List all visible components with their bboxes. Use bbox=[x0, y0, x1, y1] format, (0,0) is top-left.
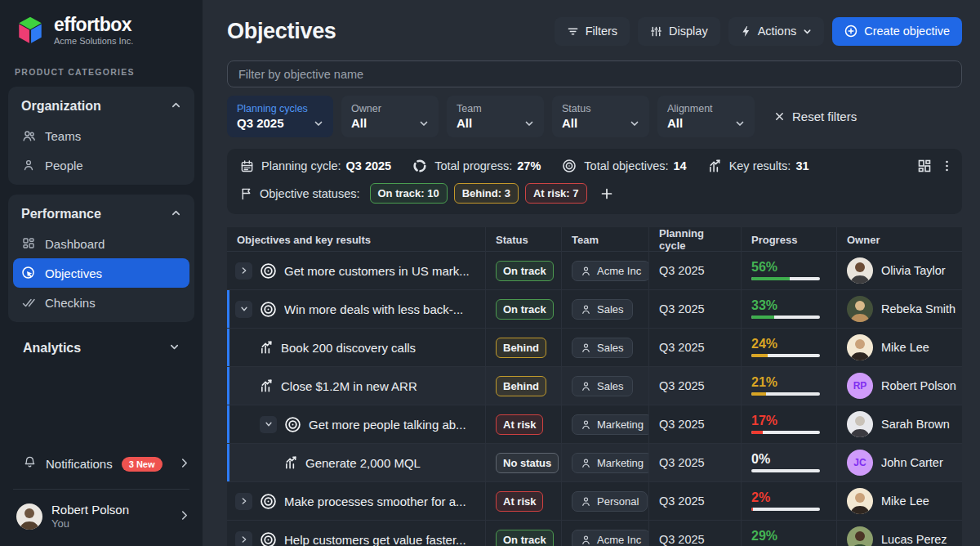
stat-label: Key results: bbox=[729, 159, 791, 172]
expand-row-button[interactable] bbox=[235, 262, 252, 280]
owner-cell: RPRobert Polson bbox=[837, 367, 962, 405]
status-badge[interactable]: At risk bbox=[496, 491, 543, 512]
team-chip[interactable]: Marketing bbox=[572, 453, 649, 473]
team-name: Marketing bbox=[597, 418, 644, 431]
planning-cycle-cell: Q3 2025 bbox=[649, 252, 742, 289]
row-title[interactable]: Get more customers in US mark... bbox=[284, 264, 470, 278]
status-cell: At risk bbox=[486, 405, 562, 443]
row-title[interactable]: Generate 2,000 MQL bbox=[305, 456, 421, 470]
planning-cycle-value: Q3 2025 bbox=[659, 495, 705, 508]
person-icon bbox=[581, 266, 591, 276]
user-menu[interactable]: Robert Polson You bbox=[8, 499, 194, 535]
sidebar-group-analytics-header[interactable]: Analytics bbox=[8, 332, 194, 365]
table-row[interactable]: Get more customers in US mark...On track… bbox=[227, 252, 962, 290]
double-check-icon bbox=[21, 295, 36, 310]
table-row[interactable]: Book 200 discovery callsBehindSalesQ3 20… bbox=[227, 329, 962, 367]
status-badge[interactable]: On track bbox=[496, 299, 554, 320]
status-badge[interactable]: On track bbox=[496, 261, 554, 281]
row-title[interactable]: Make processes smoother for a... bbox=[284, 495, 466, 508]
filters-button[interactable]: Filters bbox=[555, 17, 630, 46]
actions-button[interactable]: Actions bbox=[728, 17, 825, 46]
table-row[interactable]: Close $1.2M in new ARRBehindSalesQ3 2025… bbox=[227, 367, 962, 405]
owner-name: Lucas Perez bbox=[881, 533, 947, 546]
status-badge-on-track[interactable]: On track: 10 bbox=[370, 183, 448, 204]
user-name: Robert Polson bbox=[51, 503, 129, 517]
reset-filters-button[interactable]: Reset filters bbox=[774, 110, 857, 123]
row-title[interactable]: Book 200 discovery calls bbox=[281, 341, 416, 355]
team-dropdown[interactable]: Team All bbox=[447, 96, 544, 137]
status-dropdown[interactable]: Status All bbox=[552, 96, 649, 137]
table-row[interactable]: Get more people talking ab...At riskMark… bbox=[227, 405, 962, 444]
sidebar-item-teams[interactable]: Teams bbox=[13, 121, 189, 150]
kebab-menu-icon[interactable] bbox=[945, 159, 949, 172]
status-badge-behind[interactable]: Behind: 3 bbox=[454, 183, 519, 204]
row-title[interactable]: Help customers get value faster... bbox=[284, 533, 466, 546]
team-name: Sales bbox=[597, 303, 624, 316]
expand-row-button[interactable] bbox=[235, 531, 252, 546]
stat-value: 14 bbox=[673, 159, 686, 172]
progress-bar bbox=[751, 354, 820, 357]
sidebar-item-checkins[interactable]: Checkins bbox=[13, 288, 189, 317]
progress-bar bbox=[751, 392, 820, 396]
collapse-row-button[interactable] bbox=[260, 416, 277, 433]
row-title[interactable]: Get more people talking ab... bbox=[309, 418, 466, 432]
team-chip[interactable]: Personal bbox=[572, 491, 648, 512]
team-chip[interactable]: Sales bbox=[572, 338, 633, 358]
objective-name-cell: Help customers get value faster... bbox=[227, 521, 486, 546]
alignment-dropdown[interactable]: Alignment All bbox=[657, 96, 755, 137]
brand-company: Acme Solutions Inc. bbox=[54, 36, 133, 46]
team-chip[interactable]: Acme Inc bbox=[572, 261, 649, 281]
collapse-row-button[interactable] bbox=[235, 301, 252, 318]
key-results-stat: Key results: 31 bbox=[708, 159, 809, 173]
person-icon bbox=[581, 535, 591, 545]
sidebar-item-people[interactable]: People bbox=[13, 150, 189, 180]
planning-cycles-dropdown[interactable]: Planning cycles Q3 2025 bbox=[227, 96, 333, 137]
team-chip[interactable]: Sales bbox=[572, 376, 633, 396]
actions-button-label: Actions bbox=[758, 25, 797, 38]
planning-cycle-value: Q3 2025 bbox=[659, 379, 705, 392]
notifications-button[interactable]: Notifications 3 New bbox=[8, 447, 194, 481]
status-badge[interactable]: Behind bbox=[496, 376, 546, 396]
sidebar-group-organization-header[interactable]: Organization bbox=[13, 92, 189, 121]
card-view-icon[interactable] bbox=[917, 159, 932, 173]
table-row[interactable]: Make processes smoother for a...At riskP… bbox=[227, 482, 962, 521]
owner-name: Mike Lee bbox=[881, 495, 929, 508]
table-row[interactable]: Generate 2,000 MQLNo statusMarketingQ3 2… bbox=[227, 444, 962, 482]
planning-cycle-value: Q3 2025 bbox=[659, 302, 705, 316]
objective-filter-input[interactable] bbox=[227, 60, 962, 87]
progress-cell: 24% bbox=[742, 329, 837, 366]
sidebar-item-dashboard[interactable]: Dashboard bbox=[13, 229, 189, 258]
team-chip[interactable]: Acme Inc bbox=[572, 530, 649, 546]
row-title[interactable]: Close $1.2M in new ARR bbox=[281, 379, 417, 393]
display-button[interactable]: Display bbox=[638, 17, 720, 46]
sidebar-item-label: Teams bbox=[45, 129, 81, 143]
sidebar-item-objectives[interactable]: Objectives bbox=[13, 258, 189, 288]
sidebar-group-performance-header[interactable]: Performance bbox=[13, 199, 189, 229]
owner-name: Olivia Taylor bbox=[881, 264, 946, 277]
team-name: Acme Inc bbox=[597, 265, 641, 277]
expand-row-button[interactable] bbox=[235, 493, 252, 510]
status-badge[interactable]: At risk bbox=[496, 414, 543, 435]
table-row[interactable]: Help customers get value faster...On tra… bbox=[227, 521, 962, 546]
brand-block[interactable]: effortbox Acme Solutions Inc. bbox=[8, 13, 194, 46]
status-badge[interactable]: Behind bbox=[496, 338, 546, 358]
target-icon bbox=[562, 159, 577, 173]
team-chip[interactable]: Sales bbox=[572, 299, 633, 320]
stat-label: Total objectives: bbox=[584, 159, 668, 172]
owner-cell: Lucas Perez bbox=[837, 521, 962, 546]
team-chip[interactable]: Marketing bbox=[572, 414, 649, 435]
owner-dropdown[interactable]: Owner All bbox=[341, 96, 439, 137]
status-badge[interactable]: On track bbox=[496, 530, 554, 546]
progress-indicator: 29% bbox=[751, 530, 820, 546]
row-title[interactable]: Win more deals with less back-... bbox=[284, 302, 463, 316]
objective-name-cell: Get more people talking ab... bbox=[227, 405, 486, 443]
sidebar-group-organization: Organization Teams People bbox=[8, 87, 194, 185]
team-name: Sales bbox=[597, 342, 624, 354]
create-objective-button[interactable]: Create objective bbox=[832, 17, 962, 46]
table-row[interactable]: Win more deals with less back-...On trac… bbox=[227, 290, 962, 329]
status-badge-at-risk[interactable]: At risk: 7 bbox=[525, 183, 587, 204]
stat-label: Total progress: bbox=[434, 159, 512, 172]
add-status-icon[interactable] bbox=[600, 187, 613, 200]
dropdown-value: All bbox=[562, 116, 577, 130]
status-badge[interactable]: No status bbox=[496, 453, 559, 473]
